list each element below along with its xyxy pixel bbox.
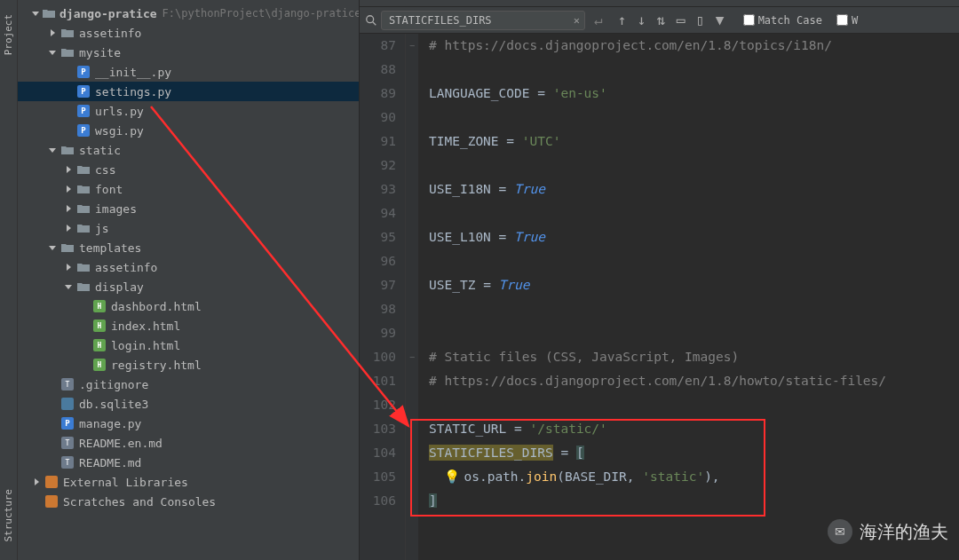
- code-line[interactable]: [429, 106, 959, 130]
- add-selection-button[interactable]: ▯: [692, 12, 709, 29]
- line-number: 99: [360, 321, 396, 345]
- tree-item-db-sqlite3[interactable]: db.sqlite3: [18, 394, 359, 414]
- tree-item-django-pratice[interactable]: django-praticeF:\pythonProject\django-pr…: [18, 4, 359, 23]
- tree-item-images[interactable]: images: [18, 199, 359, 218]
- tree-item-mysite[interactable]: mysite: [18, 43, 359, 62]
- code-line[interactable]: [429, 58, 959, 82]
- code-line[interactable]: [429, 201, 959, 225]
- tree-arrow-icon[interactable]: [32, 9, 39, 18]
- code-line[interactable]: [429, 393, 959, 417]
- tree-item-scratches-and-consoles[interactable]: Scratches and Consoles: [18, 492, 359, 511]
- tree-item-label: manage.py: [79, 417, 141, 430]
- fold-column[interactable]: −−: [406, 34, 418, 560]
- tree-arrow-icon[interactable]: [64, 263, 73, 272]
- project-tool-tab[interactable]: Project: [1, 7, 16, 62]
- code-line[interactable]: USE_L10N = True: [429, 225, 959, 249]
- tree-item--gitignore[interactable]: T.gitignore: [18, 375, 359, 394]
- tree-item-dashbord-html[interactable]: Hdashbord.html: [18, 296, 359, 316]
- tree-item-wsgi-py[interactable]: Pwsgi.py: [18, 121, 359, 140]
- line-number: 88: [360, 58, 396, 82]
- tree-arrow-icon[interactable]: [48, 243, 57, 252]
- tree-item-registry-html[interactable]: Hregistry.html: [18, 355, 359, 375]
- tree-arrow-icon[interactable]: [64, 165, 73, 174]
- code-line[interactable]: TIME_ZONE = 'UTC': [429, 130, 959, 154]
- fold-marker[interactable]: −: [406, 345, 418, 369]
- code-line[interactable]: LANGUAGE_CODE = 'en-us': [429, 82, 959, 106]
- tree-item-js[interactable]: js: [18, 218, 359, 238]
- fold-marker[interactable]: −: [406, 34, 418, 58]
- tree-arrow-icon[interactable]: [48, 48, 57, 57]
- tree-item-label: wsgi.py: [95, 124, 144, 138]
- code-line[interactable]: ]: [429, 489, 959, 513]
- code-line[interactable]: STATICFILES_DIRS = [: [429, 441, 959, 465]
- tree-item-label: db.sqlite3: [79, 398, 148, 411]
- tree-item-readme-en-md[interactable]: TREADME.en.md: [18, 433, 359, 453]
- tree-item-css[interactable]: css: [18, 160, 359, 179]
- svg-marker-11: [35, 478, 39, 485]
- fold-marker: [406, 321, 418, 345]
- code-line[interactable]: 💡os.path.join(BASE_DIR, 'static'),: [429, 465, 959, 489]
- tree-item-font[interactable]: font: [18, 179, 359, 199]
- code-line[interactable]: # https://docs.djangoproject.com/en/1.8/…: [429, 369, 959, 393]
- editor-tabs[interactable]: [360, 0, 959, 7]
- code-editor[interactable]: 8788899091929394959697989910010110210310…: [360, 34, 959, 560]
- find-next-button[interactable]: ↓: [633, 12, 651, 29]
- tree-arrow-icon[interactable]: [32, 477, 41, 486]
- tree-item-login-html[interactable]: Hlogin.html: [18, 335, 359, 355]
- find-prev-button[interactable]: ↑: [614, 12, 631, 29]
- tree-arrow-icon[interactable]: [48, 146, 57, 154]
- code-line[interactable]: [429, 297, 959, 321]
- code-line[interactable]: # https://docs.djangoproject.com/en/1.8/…: [429, 34, 959, 58]
- find-all-button[interactable]: ⇅: [653, 12, 670, 29]
- fold-marker: [406, 273, 418, 297]
- line-numbers: 8788899091929394959697989910010110210310…: [360, 34, 406, 560]
- line-number: 87: [360, 34, 396, 58]
- code-lines[interactable]: # https://docs.djangoproject.com/en/1.8/…: [418, 34, 959, 560]
- tree-item-label: index.html: [111, 319, 180, 333]
- code-line[interactable]: USE_I18N = True: [429, 177, 959, 201]
- tree-item-index-html[interactable]: Hindex.html: [18, 316, 359, 335]
- tree-item---init---py[interactable]: P__init__.py: [18, 62, 359, 82]
- tree-item-settings-py[interactable]: Psettings.py: [18, 82, 359, 101]
- tree-item-assetinfo[interactable]: assetinfo: [18, 257, 359, 277]
- tree-arrow-icon[interactable]: [64, 224, 73, 233]
- select-all-button[interactable]: ▭: [672, 12, 690, 29]
- tree-item-assetinfo[interactable]: assetinfo: [18, 23, 359, 43]
- code-line[interactable]: [429, 321, 959, 345]
- tree-item-static[interactable]: static: [18, 140, 359, 160]
- tree-item-templates[interactable]: templates: [18, 238, 359, 257]
- tree-item-label: Scratches and Consoles: [63, 495, 216, 509]
- filter-button[interactable]: ▼: [711, 12, 729, 29]
- project-tree[interactable]: django-praticeF:\pythonProject\django-pr…: [18, 0, 359, 511]
- fold-marker: [406, 58, 418, 82]
- code-line[interactable]: [429, 249, 959, 273]
- tree-item-urls-py[interactable]: Purls.py: [18, 101, 359, 121]
- tree-arrow-icon[interactable]: [64, 204, 73, 213]
- find-input[interactable]: [381, 11, 585, 30]
- tree-arrow-icon[interactable]: [64, 282, 73, 291]
- fold-marker: [406, 201, 418, 225]
- tree-item-display[interactable]: display: [18, 277, 359, 296]
- code-line[interactable]: STATIC_URL = '/static/': [429, 417, 959, 441]
- tree-arrow-icon[interactable]: [48, 28, 57, 37]
- svg-line-13: [373, 21, 376, 25]
- fold-marker: [406, 106, 418, 130]
- code-line[interactable]: [429, 154, 959, 177]
- clear-search-icon[interactable]: ✕: [574, 14, 580, 27]
- svg-marker-7: [67, 225, 71, 232]
- tree-item-label: static: [79, 144, 121, 157]
- tree-arrow-icon[interactable]: [64, 185, 73, 193]
- py-icon: P: [76, 85, 91, 98]
- code-line[interactable]: # Static files (CSS, JavaScript, Images): [429, 345, 959, 369]
- tree-item-label: django-pratice: [59, 7, 157, 20]
- words-checkbox[interactable]: W: [836, 14, 858, 27]
- code-line[interactable]: USE_TZ = True: [429, 273, 959, 297]
- wechat-icon: ✉: [828, 519, 852, 544]
- tree-item-label: assetinfo: [79, 27, 141, 40]
- tree-item-external-libraries[interactable]: External Libraries: [18, 472, 359, 492]
- fold-marker: [406, 154, 418, 177]
- tree-item-readme-md[interactable]: TREADME.md: [18, 453, 359, 472]
- structure-tool-tab[interactable]: Structure: [1, 482, 16, 549]
- tree-item-manage-py[interactable]: Pmanage.py: [18, 414, 359, 433]
- match-case-checkbox[interactable]: Match Case: [743, 14, 822, 27]
